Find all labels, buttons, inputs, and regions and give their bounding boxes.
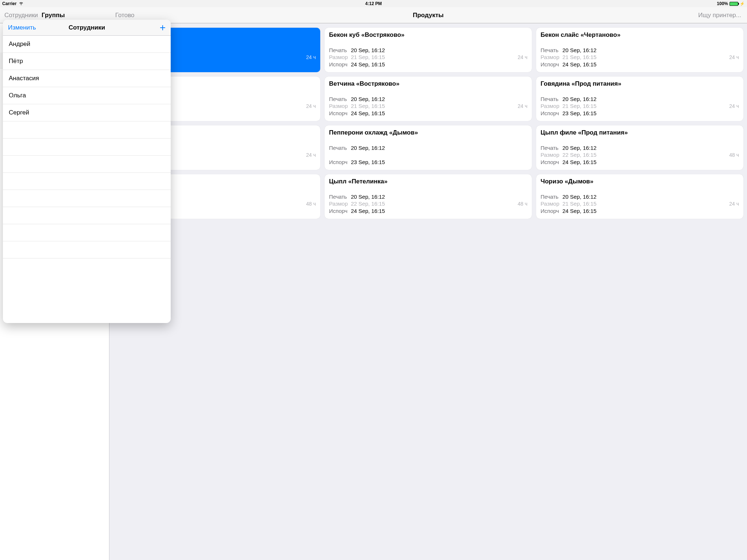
- product-card[interactable]: Ветчина «Востряково»Печать20 Sep, 16:12Р…: [325, 77, 463, 121]
- row-label: Печать: [329, 144, 351, 152]
- duration-badge: 24 ч: [306, 54, 316, 61]
- tab-groups[interactable]: Группы: [42, 12, 65, 19]
- employee-row[interactable]: Пётр: [3, 53, 171, 70]
- edit-button[interactable]: Изменить: [8, 24, 36, 31]
- empty-row: [3, 173, 171, 190]
- employee-row[interactable]: Ольга: [3, 87, 171, 104]
- employee-row[interactable]: Анастасия: [3, 70, 171, 87]
- row-label: Размор: [329, 102, 351, 110]
- empty-row: [3, 241, 171, 258]
- row-label: Размор: [329, 54, 351, 61]
- row-label: Испорч: [329, 207, 351, 215]
- product-card[interactable]: Цыпл «Петелинка»Печать20 Sep, 16:12Размо…: [325, 174, 463, 219]
- employee-row[interactable]: Сергей: [3, 104, 171, 121]
- card-row: Размор21 Sep, 16:1524 ч: [329, 102, 463, 110]
- empty-row: [3, 121, 171, 139]
- card-row: Размор21 Sep, 16:1524 ч: [329, 54, 463, 61]
- card-title: Цыпл «Петелинка»: [329, 178, 463, 192]
- duration-badge: 24 ч: [306, 152, 316, 158]
- row-value: 24 Sep, 16:15: [351, 61, 463, 68]
- card-title: Бекон куб «Востряково»: [329, 31, 463, 46]
- row-value: 23 Sep, 16:15: [351, 159, 463, 166]
- product-card[interactable]: Бекон куб «Востряково»Печать20 Sep, 16:1…: [325, 28, 463, 72]
- status-time: 4:12 PM: [365, 1, 382, 6]
- card-title: Пепперони охлажд «Дымов»: [329, 129, 463, 144]
- row-label: Испорч: [329, 110, 351, 117]
- empty-row: [3, 139, 171, 156]
- card-row: Печать20 Sep, 16:12: [329, 47, 463, 54]
- row-label: Печать: [329, 47, 351, 54]
- employee-row[interactable]: Андрей: [3, 36, 171, 53]
- page-title: Продукты: [413, 12, 444, 19]
- done-button[interactable]: Готово: [115, 12, 135, 19]
- empty-row: [3, 156, 171, 173]
- wifi-icon: [19, 1, 24, 6]
- row-value: 20 Sep, 16:12: [351, 193, 463, 201]
- card-row: Испорч24 Sep, 16:15: [329, 110, 463, 117]
- add-button[interactable]: +: [160, 23, 166, 33]
- row-value: 20 Sep, 16:12: [351, 144, 463, 152]
- empty-row: [3, 207, 171, 224]
- status-bar: Carrier 4:12 PM 100% ⚡: [0, 0, 463, 7]
- card-title: Ветчина «Востряково»: [329, 80, 463, 95]
- card-row: Печать20 Sep, 16:12: [329, 96, 463, 103]
- duration-badge: 24 ч: [306, 103, 316, 109]
- product-card[interactable]: Пепперони охлажд «Дымов»Печать20 Sep, 16…: [325, 125, 463, 170]
- row-value: 20 Sep, 16:12: [351, 47, 463, 54]
- employees-popover: Изменить Сотрудники + АндрейПётрАнастаси…: [3, 20, 171, 323]
- row-value: 21 Sep, 16:15: [351, 54, 463, 61]
- empty-row: [3, 190, 171, 207]
- row-label: Размор: [329, 200, 351, 207]
- row-value: 22 Sep, 16:15: [351, 200, 463, 207]
- tab-employees[interactable]: Сотрудники: [4, 12, 38, 19]
- row-label: Печать: [329, 96, 351, 103]
- popover-title: Сотрудники: [69, 24, 105, 31]
- row-label: Печать: [329, 193, 351, 201]
- row-value: 21 Sep, 16:15: [351, 102, 463, 110]
- card-row: Испорч24 Sep, 16:15: [329, 207, 463, 215]
- row-value: 24 Sep, 16:15: [351, 207, 463, 215]
- empty-row: [3, 224, 171, 241]
- card-row: Испорч23 Sep, 16:15: [329, 159, 463, 166]
- card-row: Печать20 Sep, 16:12: [329, 193, 463, 201]
- row-label: Испорч: [329, 61, 351, 68]
- duration-badge: 48 ч: [306, 201, 316, 207]
- row-value: 24 Sep, 16:15: [351, 110, 463, 117]
- card-row: Размор22 Sep, 16:1548 ч: [329, 200, 463, 207]
- row-value: 20 Sep, 16:12: [351, 96, 463, 103]
- card-row: Печать20 Sep, 16:12: [329, 144, 463, 152]
- carrier-label: Carrier: [2, 1, 16, 6]
- card-row: Испорч24 Sep, 16:15: [329, 61, 463, 68]
- row-label: Испорч: [329, 159, 351, 166]
